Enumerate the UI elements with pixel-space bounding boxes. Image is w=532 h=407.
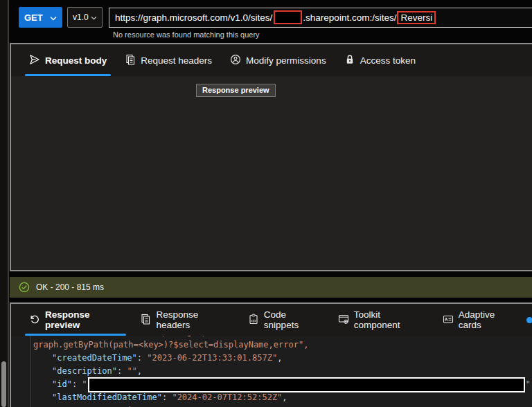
tab-label: Response preview bbox=[45, 309, 122, 330]
tab-request-body[interactable]: Request body bbox=[20, 44, 116, 76]
tab-label: Adaptive cards bbox=[459, 309, 517, 330]
redacted-tenant-box bbox=[274, 10, 302, 24]
tab-toolkit-component[interactable]: Toolkit component bbox=[329, 304, 434, 336]
tab-label: Request headers bbox=[141, 55, 212, 66]
tab-request-headers[interactable]: Request headers bbox=[116, 44, 221, 76]
notification-dot bbox=[526, 317, 532, 323]
code-line-created: "createdDateTime": "2023-06-22T13:33:01.… bbox=[11, 352, 532, 365]
undo-arrow-icon bbox=[29, 314, 40, 327]
method-label: GET bbox=[24, 12, 43, 23]
left-rail bbox=[0, 0, 9, 407]
code-line-id: "id": "", bbox=[11, 378, 532, 391]
api-version-label: v1.0 bbox=[73, 12, 89, 22]
chevron-down-icon bbox=[91, 12, 97, 22]
response-panel: Response preview Response headers Code s… bbox=[10, 302, 532, 407]
url-prefix-text: https://graph.microsoft.com/v1.0/sites/ bbox=[115, 12, 272, 23]
request-tabstrip: Request body Request headers Modify perm… bbox=[11, 44, 532, 76]
tab-response-headers[interactable]: Response headers bbox=[131, 304, 238, 336]
api-version-dropdown[interactable]: v1.0 bbox=[67, 7, 103, 28]
send-icon bbox=[29, 54, 40, 67]
tab-modify-permissions[interactable]: Modify permissions bbox=[221, 44, 335, 76]
tab-label: Access token bbox=[360, 55, 416, 66]
tab-adaptive-cards[interactable]: Adaptive cards bbox=[434, 304, 526, 336]
method-dropdown[interactable]: GET bbox=[19, 7, 62, 28]
component-gear-icon bbox=[338, 314, 349, 327]
success-check-icon bbox=[19, 282, 30, 293]
tab-label: Toolkit component bbox=[354, 309, 425, 330]
status-text: OK - 200 - 815 ms bbox=[36, 282, 104, 292]
scrollbar-thumb[interactable] bbox=[1, 361, 6, 407]
person-circle-icon bbox=[230, 54, 241, 67]
adaptive-card-icon bbox=[443, 314, 454, 327]
query-url-input[interactable]: https://graph.microsoft.com/v1.0/sites/ … bbox=[109, 8, 532, 28]
code-line-name-clipped: "name": "Reversi", bbox=[11, 404, 532, 407]
document-icon bbox=[125, 54, 136, 67]
tab-response-preview[interactable]: Response preview bbox=[20, 304, 131, 336]
request-panel: Request body Request headers Modify perm… bbox=[10, 43, 532, 271]
code-line-wrapped-string: graph.getByPath(path=<key>)?$select=disp… bbox=[11, 338, 532, 352]
code-line-last-modified: "lastModifiedDateTime": "2024-02-07T12:5… bbox=[11, 391, 532, 404]
code-line-description: "description": "", bbox=[11, 365, 532, 378]
tab-access-token[interactable]: Access token bbox=[335, 44, 425, 76]
tab-label: Response headers bbox=[156, 309, 229, 330]
tab-label: Request body bbox=[45, 55, 107, 66]
response-status-bar: OK - 200 - 815 ms bbox=[10, 277, 532, 298]
url-suffix-text: .sharepoint.com:/sites/ bbox=[303, 12, 396, 23]
tab-code-snippets[interactable]: Code snippets bbox=[239, 304, 329, 336]
tab-label: Code snippets bbox=[264, 309, 320, 330]
response-preview-tooltip: Response preview bbox=[196, 84, 276, 97]
document-icon bbox=[140, 314, 151, 327]
request-body-editor[interactable]: Response preview bbox=[11, 76, 532, 270]
chevron-down-icon bbox=[50, 12, 57, 23]
response-body-editor[interactable]: "@odata.context": "https://graph.microso… bbox=[11, 336, 532, 407]
lock-icon bbox=[344, 54, 355, 67]
code-clipboard-icon bbox=[248, 314, 259, 327]
site-name-highlight: Reversi bbox=[397, 11, 436, 24]
query-hint-text: No resource was found matching this quer… bbox=[113, 30, 260, 39]
redacted-id-box bbox=[88, 377, 525, 392]
query-bar: GET v1.0 https://graph.microsoft.com/v1.… bbox=[19, 7, 532, 28]
tab-label: Modify permissions bbox=[246, 55, 326, 66]
response-tabstrip: Response preview Response headers Code s… bbox=[11, 304, 532, 336]
